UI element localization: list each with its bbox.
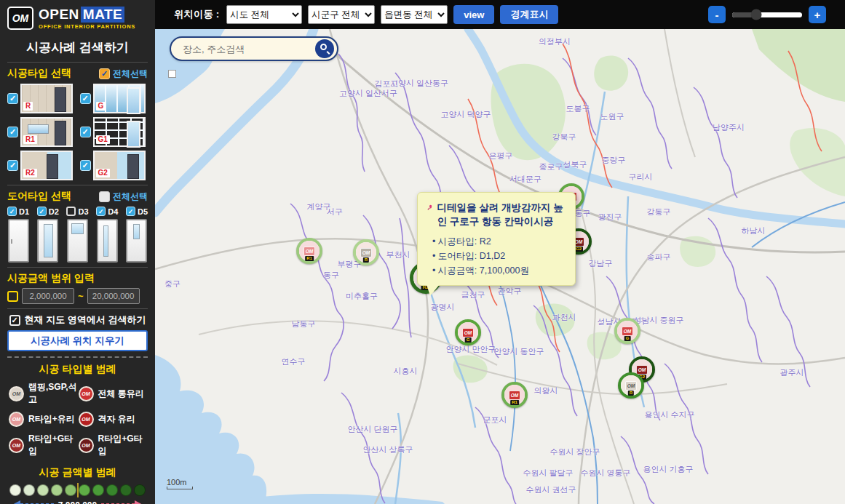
sidebar: OM OPEN MATE OFFICE INTERIOR PARTITIONS …	[0, 0, 155, 504]
marker-inner: OMR1	[299, 241, 320, 261]
district-label: 하남시	[742, 225, 766, 236]
map-marker-r[interactable]: OMR	[618, 372, 644, 399]
marker-type-chip: G	[624, 336, 631, 341]
map-marker-r1[interactable]: OMR1	[501, 382, 528, 408]
type-checkbox-g[interactable]: ✓	[80, 93, 91, 104]
map-marker-g[interactable]: OMG	[614, 318, 640, 344]
om-marker-icon: OM	[360, 248, 372, 257]
search-button[interactable]	[315, 39, 334, 58]
door-thumbnail-d3	[67, 219, 88, 263]
map-overlay-checkbox[interactable]	[168, 70, 176, 78]
door-checkbox-d3[interactable]	[66, 207, 76, 216]
district-label: 안양시 만안구	[445, 344, 496, 355]
price-section-title: 시공금액 범위 입력	[7, 272, 148, 285]
district-label: 서대문구	[509, 174, 541, 185]
map-area-search-row[interactable]: ✓ 현재 지도 영역에서 검색하기	[7, 313, 148, 327]
price-legend-arrows: 7,000,000	[7, 500, 148, 504]
door-option-d4[interactable]: ✓D4	[96, 207, 118, 263]
map-marker-r[interactable]: OMR	[353, 239, 379, 265]
type-legend-om-icon: OM	[9, 438, 24, 453]
district-label: 의왕시	[534, 385, 558, 396]
zoom-out-button[interactable]: -	[708, 6, 726, 23]
marker-inner: OMG	[458, 322, 478, 343]
type-option-r1[interactable]: ✓R1	[7, 117, 76, 147]
door-select-all-label: 전체선택	[113, 191, 148, 203]
price-tilde: ~	[78, 291, 84, 302]
om-marker-icon: OM	[636, 365, 648, 375]
type-option-r2[interactable]: ✓R2	[7, 151, 76, 180]
door-select-all[interactable]: 전체선택	[99, 191, 148, 203]
door-option-head: ✓D5	[126, 207, 148, 216]
door-select-all-checkbox[interactable]	[99, 191, 110, 202]
map-search-box	[170, 36, 338, 61]
door-option-head: ✓D1	[7, 207, 29, 216]
map-marker-r1[interactable]: OMR1	[296, 238, 322, 264]
map-marker-g[interactable]: OMG	[455, 319, 481, 345]
district-label: 수원시 영통구	[580, 468, 630, 479]
type-legend-title: 시공 타입별 범례	[7, 363, 148, 376]
brand-logo: OM OPEN MATE OFFICE INTERIOR PARTITIONS	[7, 0, 148, 32]
price-max-input[interactable]	[87, 288, 140, 304]
sido-select[interactable]: 시도 전체	[226, 5, 302, 24]
type-checkbox-g1[interactable]: ✓	[80, 127, 91, 137]
type-checkbox-g2[interactable]: ✓	[80, 160, 91, 171]
district-label: 군포시	[483, 415, 507, 425]
zoom-in-button[interactable]: +	[809, 6, 826, 23]
type-legend-item-0: OM랩핑,SGP,석고	[9, 381, 77, 406]
door-option-d3[interactable]: D3	[66, 207, 88, 263]
door-thumbnail-d5	[126, 219, 147, 263]
zoom-slider-thumb[interactable]	[750, 9, 761, 20]
map-area-checkbox[interactable]: ✓	[9, 315, 20, 326]
marker-type-chip: R1	[305, 256, 314, 261]
type-checkbox-r[interactable]: ✓	[7, 93, 18, 104]
type-option-g1[interactable]: ✓G1	[80, 117, 148, 147]
door-checkbox-d5[interactable]: ✓	[126, 207, 135, 216]
map-viewport[interactable]: 의정부시김포시고양시 일산서구고양시 일산동구고양시 덕양구도봉구노원구남양주시…	[155, 29, 845, 504]
tooltip-title: 디테일을 살려 개방감까지 높인 구로구 항동 칸막이시공	[437, 201, 566, 229]
price-min-input[interactable]	[22, 288, 74, 304]
door-option-d1[interactable]: ✓D1	[7, 207, 29, 263]
door-option-d2[interactable]: ✓D2	[37, 207, 59, 263]
eupmyeondong-select[interactable]: 읍면동 전체	[381, 5, 448, 24]
marker-inner: OMR	[621, 375, 641, 396]
type-option-r[interactable]: ✓R	[7, 84, 76, 113]
door-checkbox-d4[interactable]: ✓	[96, 207, 106, 216]
logo-mate: MATE	[81, 7, 124, 23]
type-select-all-checkbox[interactable]: ✓	[99, 68, 110, 79]
divider	[7, 267, 148, 268]
type-legend-om-icon: OM	[79, 386, 94, 401]
type-label-chip: G1	[96, 135, 110, 144]
door-checkbox-d2[interactable]: ✓	[37, 207, 47, 216]
door-option-head: ✓D2	[37, 207, 59, 216]
case-tooltip[interactable]: 디테일을 살려 개방감까지 높인 구로구 항동 칸막이시공 시공타입: R2도어…	[417, 192, 576, 286]
door-label: D2	[49, 207, 59, 216]
view-button[interactable]: view	[453, 5, 494, 24]
district-label: 남동구	[292, 319, 316, 329]
type-label-chip: R1	[23, 135, 37, 144]
price-legend-circle-9	[134, 484, 146, 496]
type-checkbox-r2[interactable]: ✓	[7, 160, 18, 171]
district-label: 안산시 상록구	[362, 444, 413, 455]
zoom-slider[interactable]	[732, 12, 802, 17]
type-select-all[interactable]: ✓ 전체선택	[99, 68, 148, 80]
clear-locations-button[interactable]: 시공사례 위치 지우기	[7, 330, 148, 351]
door-option-d5[interactable]: ✓D5	[126, 207, 148, 263]
district-label: 강남구	[589, 258, 613, 269]
door-checkbox-d1[interactable]: ✓	[7, 207, 17, 216]
boundary-toggle-button[interactable]: 경계표시	[500, 5, 558, 24]
door-option-head: ✓D4	[96, 207, 118, 216]
sidebar-title: 시공사례 검색하기	[7, 39, 148, 56]
search-input[interactable]	[181, 43, 315, 55]
type-checkbox-r1[interactable]: ✓	[7, 127, 18, 137]
district-label: 송파구	[647, 252, 671, 263]
type-legend-item-5: OMR타입+G타입	[79, 433, 147, 457]
district-label: 동구	[323, 270, 339, 281]
type-option-g2[interactable]: ✓G2	[80, 151, 148, 180]
type-legend-om-icon: OM	[79, 438, 94, 453]
price-checkbox[interactable]	[7, 291, 18, 302]
sigungu-select[interactable]: 시군구 전체	[308, 5, 375, 24]
marker-type-chip: R1	[510, 400, 519, 405]
type-option-g[interactable]: ✓G	[80, 84, 148, 113]
type-thumbnail-g: G	[93, 84, 146, 113]
price-legend-circle-4	[65, 484, 76, 496]
